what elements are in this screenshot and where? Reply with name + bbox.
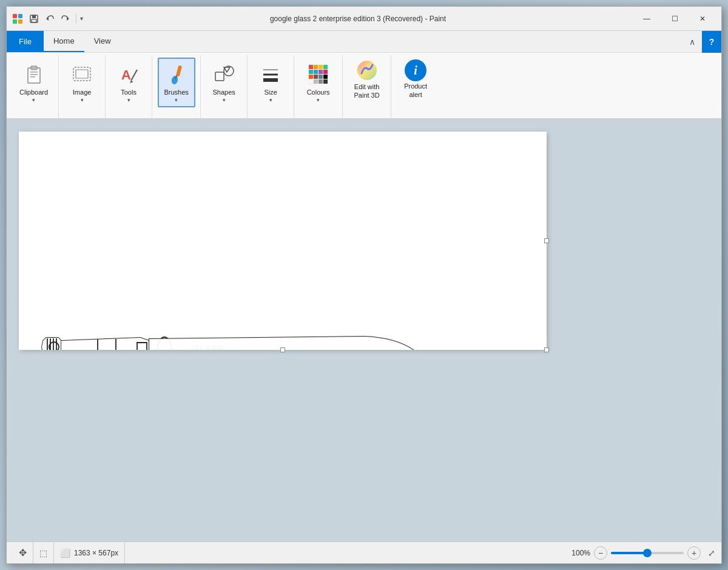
status-dimensions: 1363 × 567px — [74, 549, 118, 557]
zoom-out-button[interactable]: − — [594, 546, 607, 560]
title-bar: ▾ google glass 2 enterprise edition 3 (R… — [7, 7, 721, 31]
svg-rect-2 — [13, 19, 17, 24]
svg-rect-38 — [314, 75, 318, 79]
zoom-slider-thumb[interactable] — [643, 549, 652, 557]
svg-rect-43 — [318, 79, 323, 84]
svg-rect-31 — [318, 65, 323, 69]
svg-point-45 — [357, 61, 377, 80]
canvas-container[interactable] — [7, 119, 721, 542]
shapes-arrow: ▾ — [223, 97, 226, 103]
ribbon-group-shapes: Shapes ▾ — [201, 55, 248, 118]
shapes-label: Shapes — [212, 89, 235, 96]
canvas-handle-corner[interactable] — [544, 347, 549, 352]
tools-button[interactable]: A A Tools ▾ — [110, 58, 147, 107]
ribbon-group-paint3d: Edit with Paint 3D ▾ — [343, 55, 391, 118]
colours-label: Colours — [307, 89, 330, 96]
product-alert-label: Product alert — [404, 82, 427, 98]
clipboard-icon — [21, 62, 47, 87]
undo-button[interactable] — [43, 12, 56, 25]
size-icon — [258, 62, 283, 87]
svg-rect-40 — [323, 75, 328, 79]
redo-button[interactable] — [59, 12, 72, 25]
svg-rect-34 — [314, 70, 318, 74]
tools-label: Tools — [121, 89, 136, 96]
window-controls: — ☐ ✕ — [633, 7, 716, 31]
clipboard-arrow: ▾ — [32, 97, 35, 103]
svg-rect-13 — [30, 76, 35, 78]
quick-access-dropdown[interactable]: ▾ — [80, 15, 83, 22]
size-arrow: ▾ — [269, 97, 272, 103]
minimize-button[interactable]: — — [633, 7, 661, 31]
ribbon-group-brushes: Brushes ▾ — [152, 55, 201, 118]
select-icon: ⬚ — [39, 548, 47, 558]
edit-paint3d-label: Edit with Paint 3D — [354, 83, 379, 99]
svg-rect-32 — [323, 65, 328, 69]
ribbon: Clipboard ▾ Image ▾ — [7, 53, 721, 119]
image-label: Image — [73, 89, 92, 96]
zoom-section: 100% − + ⤢ — [571, 546, 715, 560]
ribbon-collapse-button[interactable]: ∧ — [682, 31, 702, 52]
shapes-button[interactable]: Shapes ▾ — [206, 58, 242, 107]
svg-rect-11 — [30, 72, 38, 73]
ribbon-group-clipboard: Clipboard ▾ — [9, 55, 59, 118]
svg-rect-41 — [309, 79, 313, 84]
window-title: google glass 2 enterprise edition 3 (Rec… — [87, 15, 629, 23]
svg-marker-25 — [224, 67, 230, 72]
brushes-button[interactable]: Brushes ▾ — [158, 58, 195, 107]
svg-rect-9 — [28, 68, 40, 83]
tools-icon: A A — [116, 62, 141, 87]
svg-rect-23 — [215, 72, 224, 81]
ribbon-group-image: Image ▾ — [59, 55, 106, 118]
edit-paint3d-button[interactable]: Edit with Paint 3D ▾ — [348, 58, 385, 107]
ribbon-group-colours: Colours ▾ — [294, 55, 343, 118]
canvas-handle-right[interactable] — [544, 238, 549, 243]
brushes-label: Brushes — [164, 89, 188, 96]
clipboard-label: Clipboard — [19, 89, 48, 96]
zoom-slider-fill — [611, 552, 647, 554]
image-arrow: ▾ — [81, 97, 84, 103]
svg-rect-0 — [13, 14, 17, 18]
status-move: ✥ — [13, 542, 33, 563]
zoom-slider[interactable] — [611, 552, 684, 554]
svg-rect-33 — [309, 70, 313, 74]
svg-point-21 — [170, 75, 178, 85]
image-button[interactable]: Image ▾ — [64, 58, 100, 107]
svg-rect-44 — [323, 79, 328, 84]
save-button[interactable] — [27, 12, 41, 25]
maximize-button[interactable]: ☐ — [661, 7, 689, 31]
clipboard-button[interactable]: Clipboard ▾ — [14, 58, 53, 107]
info-circle-icon: i — [405, 59, 426, 81]
brushes-icon — [164, 62, 189, 87]
svg-rect-3 — [18, 19, 22, 24]
colours-arrow: ▾ — [317, 97, 320, 103]
canvas-wrapper — [19, 132, 547, 350]
ribbon-group-product-alert: i Product alert ▾ — [391, 55, 440, 118]
zoom-percent: 100% — [571, 549, 590, 557]
svg-rect-20 — [175, 65, 181, 76]
close-button[interactable]: ✕ — [689, 7, 716, 31]
canvas-handle-bottom[interactable] — [280, 347, 285, 352]
menu-file[interactable]: File — [7, 31, 44, 52]
svg-rect-36 — [323, 70, 328, 74]
svg-rect-10 — [31, 66, 37, 70]
ribbon-group-tools: A A Tools ▾ — [106, 55, 152, 118]
size-button[interactable]: Size ▾ — [252, 58, 289, 107]
ribbon-group-size: Size ▾ — [248, 55, 294, 118]
svg-line-18 — [131, 70, 137, 81]
svg-rect-1 — [18, 14, 22, 18]
menu-view[interactable]: View — [84, 31, 121, 52]
menu-home[interactable]: Home — [44, 31, 84, 52]
svg-rect-42 — [314, 79, 318, 84]
resize-icon: ⤢ — [708, 548, 715, 558]
quick-access-toolbar: ▾ — [27, 12, 83, 25]
zoom-in-button[interactable]: + — [687, 546, 701, 560]
colours-icon — [306, 62, 331, 87]
colours-button[interactable]: Colours ▾ — [300, 58, 337, 107]
svg-rect-35 — [318, 70, 323, 74]
svg-rect-15 — [76, 70, 88, 78]
paint-canvas[interactable] — [19, 132, 547, 350]
dimensions-icon: ⬜ — [60, 548, 70, 558]
product-alert-button[interactable]: i Product alert ▾ — [397, 58, 434, 107]
svg-rect-37 — [309, 75, 313, 79]
help-button[interactable]: ? — [702, 31, 721, 53]
